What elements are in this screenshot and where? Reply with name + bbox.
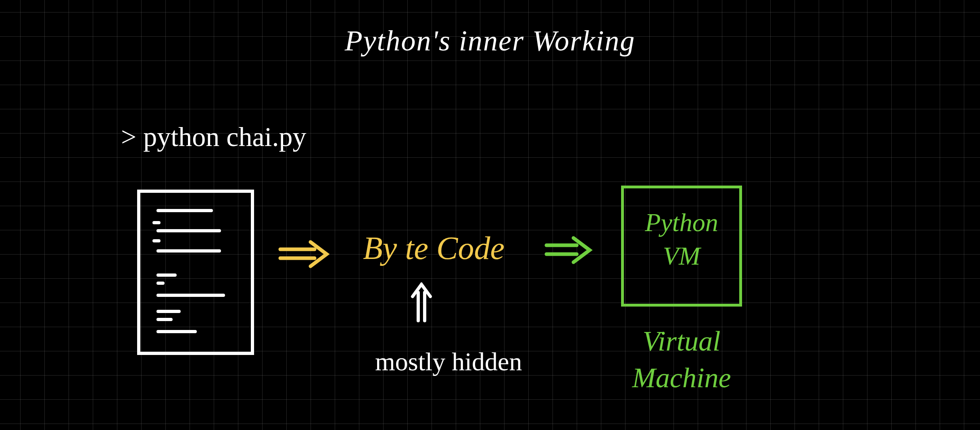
vm-caption-line-1: Virtual: [642, 326, 720, 357]
python-vm-box-text: Python VM: [621, 206, 742, 273]
source-file-box: [137, 190, 254, 355]
bytecode-label: By te Code: [363, 230, 505, 267]
vm-line-1: Python: [645, 208, 718, 237]
diagram-title: Python's inner Working: [0, 24, 980, 58]
bytecode-note: mostly hidden: [375, 347, 522, 377]
command-text: > python chai.py: [121, 121, 307, 153]
vm-line-2: VM: [663, 242, 700, 270]
arrow-right-icon: [278, 238, 331, 270]
arrow-right-icon: [544, 234, 593, 266]
virtual-machine-caption: Virtual Machine: [613, 323, 750, 396]
arrow-up-icon: [409, 282, 434, 323]
diagram-canvas: Python's inner Working > python chai.py …: [0, 0, 980, 430]
vm-caption-line-2: Machine: [632, 362, 731, 393]
